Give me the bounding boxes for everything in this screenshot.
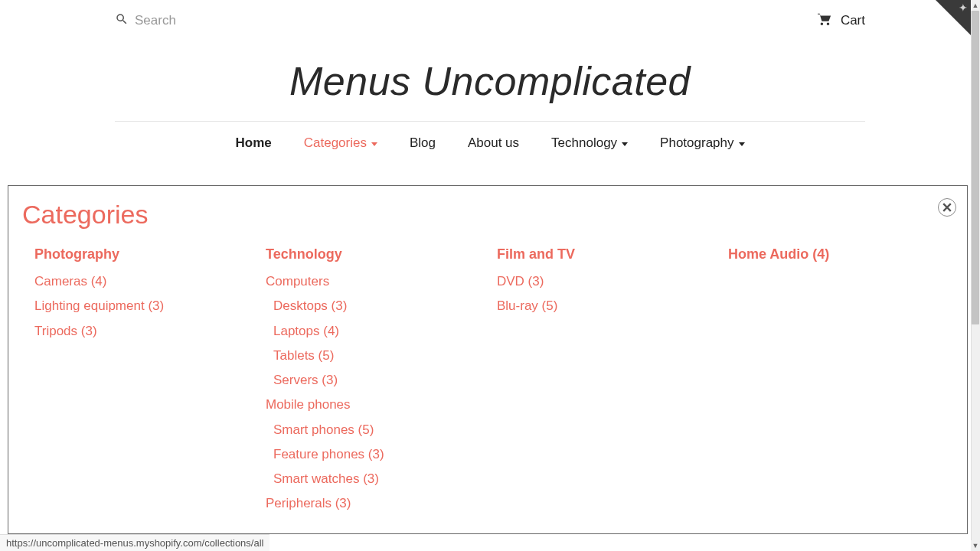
main-nav: Home Categories Blog About us Technology… [0,122,980,161]
cart-icon [816,12,833,29]
link-feature-phones[interactable]: Feature phones (3) [266,446,497,462]
link-mobile-phones[interactable]: Mobile phones [266,396,497,412]
chevron-down-icon [371,142,377,146]
link-cameras[interactable]: Cameras (4) [34,273,266,289]
link-tripods[interactable]: Tripods (3) [34,323,266,339]
nav-categories-label: Categories [304,135,367,151]
nav-technology-label: Technology [551,135,617,151]
search-wrap [115,12,288,29]
link-smart-watches[interactable]: Smart watches (3) [266,471,497,487]
col-home-audio: Home Audio (4) [728,246,959,520]
link-smart-phones[interactable]: Smart phones (5) [266,422,497,438]
link-tablets[interactable]: Tablets (5) [266,347,497,364]
categories-mega-panel: Categories Photography Cameras (4) Light… [8,185,968,534]
link-dvd[interactable]: DVD (3) [497,273,728,289]
nav-home[interactable]: Home [235,135,271,151]
close-panel-button[interactable] [938,198,956,217]
chevron-down-icon [622,142,628,146]
nav-photography-label: Photography [660,135,733,151]
scrollbar-track[interactable]: ▲ ▼ [971,0,980,551]
search-icon[interactable] [115,12,129,29]
link-lighting-equipment[interactable]: Lighting equipment (3) [34,298,266,314]
col-photography: Photography Cameras (4) Lighting equipme… [34,246,266,520]
link-servers[interactable]: Servers (3) [266,372,497,388]
status-url: https://uncomplicated-menus.myshopify.co… [6,537,263,549]
gear-icon[interactable]: ✦ [959,3,968,12]
nav-blog[interactable]: Blog [410,135,436,151]
nav-photography[interactable]: Photography [660,135,744,151]
col-heading-technology[interactable]: Technology [266,246,497,262]
cart-label: Cart [841,13,865,28]
col-film-tv: Film and TV DVD (3) Blu-ray (5) [497,246,728,520]
chevron-down-icon [739,142,745,146]
link-computers[interactable]: Computers [266,273,497,289]
scroll-up-icon[interactable]: ▲ [971,0,980,11]
link-desktops[interactable]: Desktops (3) [266,298,497,314]
close-icon [942,203,952,212]
cart-button[interactable]: Cart [816,12,865,29]
panel-title: Categories [22,200,953,230]
col-heading-photography[interactable]: Photography [34,246,266,262]
panel-columns: Photography Cameras (4) Lighting equipme… [22,246,953,520]
link-blu-ray[interactable]: Blu-ray (5) [497,298,728,314]
nav-about[interactable]: About us [468,135,519,151]
top-bar: Cart [0,0,980,37]
search-input[interactable] [135,13,288,28]
nav-technology[interactable]: Technology [551,135,628,151]
col-technology: Technology Computers Desktops (3) Laptop… [266,246,497,520]
link-laptops[interactable]: Laptops (4) [266,323,497,339]
status-bar: https://uncomplicated-menus.myshopify.co… [0,534,270,551]
nav-categories[interactable]: Categories [304,135,377,151]
link-peripherals[interactable]: Peripherals (3) [266,495,497,511]
col-heading-film-tv[interactable]: Film and TV [497,246,728,262]
col-heading-home-audio[interactable]: Home Audio (4) [728,246,959,262]
scroll-down-icon[interactable]: ▼ [971,540,980,551]
site-title: Menus Uncomplicated [0,58,980,104]
scrollbar-thumb[interactable] [972,11,979,324]
